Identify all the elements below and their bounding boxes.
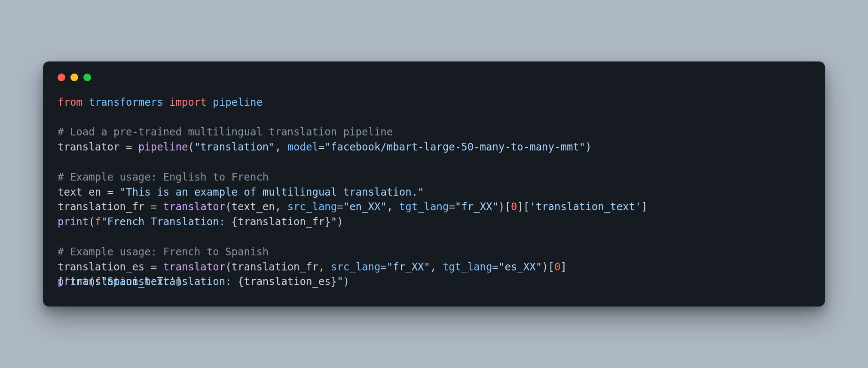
ident: translator xyxy=(58,141,120,153)
kwarg-model: model xyxy=(287,141,318,153)
module-transformers: transformers xyxy=(89,96,163,108)
close-icon[interactable] xyxy=(58,74,65,81)
maximize-icon[interactable] xyxy=(83,74,91,81)
overlapping-code-line: print(f"Spanish Translation: {translatio… xyxy=(58,274,810,289)
fn-pipeline: pipeline xyxy=(138,141,188,153)
code-line: translator = pipeline("translation", mod… xyxy=(58,141,592,153)
comment: # Example usage: French to Spanish xyxy=(58,246,269,258)
comment: # Example usage: English to French xyxy=(58,171,269,183)
minimize-icon[interactable] xyxy=(70,74,78,81)
code-line: translation_es = translator(translation_… xyxy=(58,261,567,273)
string: "This is an example of multilingual tran… xyxy=(120,186,424,198)
code-line: text_en = "This is an example of multili… xyxy=(58,186,424,198)
code-block: from transformers import pipeline # Load… xyxy=(58,95,810,289)
code-line: translation_fr = translator(text_en, src… xyxy=(58,201,648,213)
code-line-layer-b: ['translation_text'] xyxy=(58,274,182,289)
code-window: from transformers import pipeline # Load… xyxy=(43,61,825,307)
window-traffic-lights xyxy=(58,74,810,81)
code-line: print(f"French Translation: {translation… xyxy=(58,216,343,228)
ident-pipeline: pipeline xyxy=(213,96,263,108)
keyword-from: from xyxy=(58,96,83,108)
comment: # Load a pre-trained multilingual transl… xyxy=(58,126,393,138)
keyword-import: import xyxy=(169,96,207,108)
string: "facebook/mbart-large-50-many-to-many-mm… xyxy=(324,141,585,153)
string: "translation" xyxy=(194,141,275,153)
code-line: from transformers import pipeline xyxy=(58,96,263,108)
